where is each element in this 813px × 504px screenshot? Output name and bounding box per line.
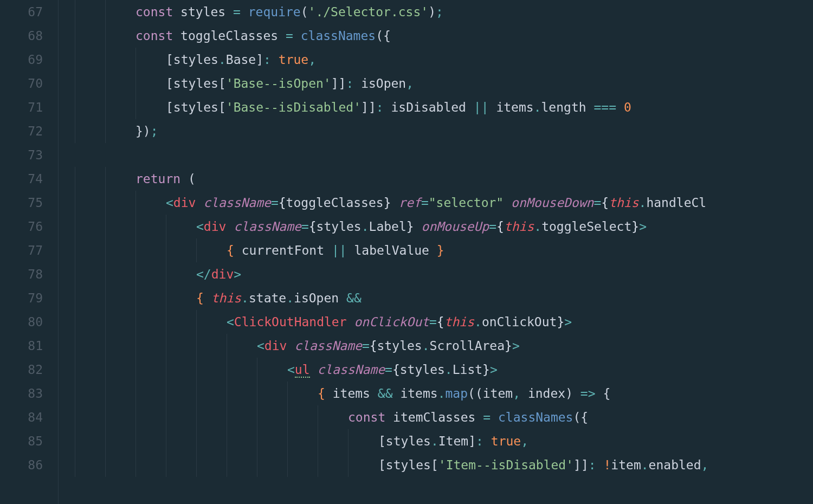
- code-token: require: [248, 5, 301, 19]
- code-line[interactable]: const itemClasses = classNames({: [68, 405, 813, 429]
- code-line[interactable]: { this.state.isOpen &&: [68, 286, 813, 310]
- line-number: 84: [0, 405, 43, 429]
- code-line-content: return (: [68, 172, 196, 186]
- code-token: div: [173, 196, 196, 210]
- code-token: =: [489, 219, 496, 234]
- code-line[interactable]: });: [68, 119, 813, 143]
- indent-guide: [196, 358, 197, 382]
- code-token: [393, 386, 401, 400]
- code-token: [: [166, 76, 173, 91]
- code-token: ,: [308, 53, 316, 67]
- code-token: styles: [173, 76, 218, 91]
- code-token: =: [271, 196, 279, 210]
- indent-guide: [318, 429, 318, 453]
- code-line[interactable]: </div>: [68, 262, 813, 286]
- code-token: [370, 386, 378, 400]
- code-line[interactable]: <div className={styles.Label} onMouseUp=…: [68, 215, 813, 238]
- code-token: {: [196, 291, 204, 305]
- code-line[interactable]: { items && items.map((item, index) => {: [68, 382, 813, 405]
- code-area[interactable]: const styles = require('./Selector.css')…: [59, 0, 813, 504]
- code-line[interactable]: <ClickOutHandler onClickOut={this.onClic…: [68, 310, 813, 334]
- code-line[interactable]: <div className={styles.ScrollArea}>: [68, 334, 813, 358]
- code-line[interactable]: [styles.Item]: true,: [68, 429, 813, 453]
- code-token: Label: [369, 219, 406, 234]
- code-token: .: [438, 386, 446, 400]
- indent-guide: [105, 262, 106, 286]
- code-token: [180, 172, 188, 186]
- indent-guide: [75, 334, 75, 358]
- indent-guide: [136, 358, 136, 382]
- code-token: </: [196, 267, 211, 281]
- code-line[interactable]: return (: [68, 167, 813, 191]
- indent-guide: [136, 215, 136, 238]
- indent-guide: [196, 429, 197, 453]
- code-token: ]: [369, 100, 376, 114]
- code-line-content: [68, 148, 75, 162]
- indent-guide: [105, 453, 106, 477]
- indent-guide: [136, 191, 136, 215]
- code-token: isOpen: [294, 291, 339, 305]
- code-token: const: [136, 29, 180, 43]
- code-token: :: [376, 100, 384, 114]
- code-token: ===: [593, 100, 616, 114]
- code-token: >: [490, 363, 498, 377]
- code-line[interactable]: { currentFont || labelValue }: [68, 238, 813, 262]
- code-token: className: [234, 219, 301, 234]
- indent-guide: [105, 429, 106, 453]
- code-token: [293, 29, 301, 43]
- indent-guide: [75, 382, 75, 405]
- indent-guide: [105, 334, 106, 358]
- code-token: {: [309, 219, 317, 234]
- code-token: [353, 76, 361, 91]
- code-token: [384, 100, 391, 114]
- code-token: styles: [400, 363, 445, 377]
- indent-guide: [348, 429, 349, 453]
- indent-guide: [105, 0, 106, 24]
- code-token: [347, 243, 354, 257]
- code-token: 'Item--isDisabled': [438, 458, 573, 472]
- code-line-content: [styles['Item--isDisabled']]: !item.enab…: [68, 458, 708, 472]
- code-token: item: [483, 386, 513, 400]
- code-line[interactable]: const toggleClasses = classNames({: [68, 24, 813, 48]
- code-token: 'Base--isOpen': [226, 76, 331, 91]
- code-token: styles: [173, 100, 218, 114]
- code-token: enabled: [649, 458, 701, 472]
- code-token: }: [557, 315, 564, 329]
- indent-guide: [166, 238, 166, 262]
- code-token: [339, 291, 346, 305]
- indent-guide: [166, 286, 166, 310]
- code-token: }: [406, 219, 414, 234]
- code-line[interactable]: <ul className={styles.List}>: [68, 358, 813, 382]
- indent-guide: [105, 358, 106, 382]
- code-token: ): [428, 5, 436, 19]
- code-line[interactable]: [styles['Item--isDisabled']]: !item.enab…: [68, 453, 813, 477]
- code-token: [616, 100, 624, 114]
- code-line[interactable]: <div className={toggleClasses} ref="sele…: [68, 191, 813, 215]
- code-token: =>: [580, 386, 596, 400]
- code-token: [491, 410, 498, 424]
- code-line[interactable]: [styles.Base]: true,: [68, 48, 813, 72]
- code-token: ScrollArea: [430, 339, 505, 353]
- code-line[interactable]: [68, 143, 813, 167]
- indent-guide: [75, 310, 75, 334]
- indent-guide: [196, 310, 197, 334]
- code-token: "selector": [429, 196, 504, 210]
- code-token: =: [421, 196, 429, 210]
- code-token: ,: [406, 76, 414, 91]
- indent-guide: [227, 382, 227, 405]
- indent-guide: [136, 286, 136, 310]
- indent-guide: [136, 453, 136, 477]
- indent-guide: [166, 405, 166, 429]
- code-token: this: [609, 196, 638, 210]
- code-editor[interactable]: 6768697071727374757677787980818283848586…: [0, 0, 813, 504]
- line-number-gutter: 6768697071727374757677787980818283848586: [0, 0, 59, 504]
- code-line[interactable]: [styles['Base--isOpen']]: isOpen,: [68, 72, 813, 95]
- indent-guide: [257, 405, 257, 429]
- code-token: const: [348, 410, 393, 424]
- indent-guide: [257, 382, 257, 405]
- code-token: ClickOutHandler: [234, 315, 347, 329]
- indent-guide: [136, 382, 136, 405]
- code-line[interactable]: const styles = require('./Selector.css')…: [68, 0, 813, 24]
- code-line[interactable]: [styles['Base--isDisabled']]: isDisabled…: [68, 95, 813, 119]
- indent-guide: [105, 238, 106, 262]
